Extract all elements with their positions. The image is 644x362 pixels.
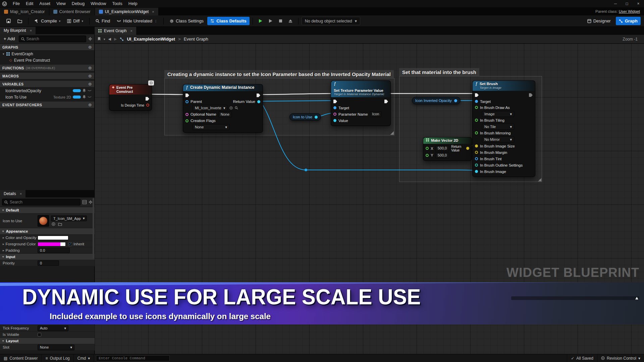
browse-asset-button[interactable] xyxy=(14,17,25,25)
is-volatile-checkbox[interactable] xyxy=(38,333,41,337)
margin-pin[interactable] xyxy=(475,151,478,154)
details-category-input[interactable]: ▾ Input xyxy=(0,254,95,260)
target-pin[interactable] xyxy=(333,106,336,109)
create-dynamic-material-instance-node[interactable]: ƒ Create Dynamic Material Instance Paren… xyxy=(183,84,263,133)
nav-back-icon[interactable]: ◀ xyxy=(108,37,111,41)
variables-section-header[interactable]: VARIABLES ⊕ xyxy=(0,81,94,87)
cmd-dropdown[interactable]: Cmd ▾ xyxy=(74,354,94,362)
bell-icon[interactable] xyxy=(83,95,86,99)
tiling-dropdown[interactable]: No Tile ▾ xyxy=(482,124,514,130)
return-value-pin[interactable] xyxy=(257,100,260,103)
macros-section-header[interactable]: MACROS ⊕ xyxy=(0,73,94,79)
menu-tools[interactable]: Tools xyxy=(109,0,125,7)
value-out-pin[interactable] xyxy=(454,99,457,102)
my-blueprint-search-input[interactable] xyxy=(26,37,84,41)
inherit-checkbox[interactable]: ✓ xyxy=(68,242,72,246)
details-scrollbar[interactable] xyxy=(93,198,94,258)
resize-grip[interactable] xyxy=(538,178,541,181)
menu-edit[interactable]: Edit xyxy=(23,0,36,7)
find-button[interactable]: Find xyxy=(93,17,113,25)
draw-as-dropdown[interactable]: Image ▾ xyxy=(482,111,514,117)
variable-type-pill[interactable] xyxy=(73,89,81,92)
foreground-color-swatch[interactable] xyxy=(38,242,66,246)
set-texture-parameter-value-node[interactable]: ƒ Set Texture Parameter Value Target is … xyxy=(331,80,391,126)
creation-flags-dropdown[interactable]: None ▾ xyxy=(193,124,229,130)
kebab-menu-icon[interactable]: ⋮ xyxy=(154,19,157,23)
add-function-icon[interactable]: ⊕ xyxy=(88,65,92,70)
class-defaults-button[interactable]: Class Defaults xyxy=(207,17,250,25)
x-pin[interactable] xyxy=(426,147,429,150)
value-out-pin[interactable] xyxy=(315,116,318,119)
set-brush-node[interactable]: ƒ Set Brush Target is Image Target xyxy=(472,80,535,177)
add-dispatcher-icon[interactable]: ⊕ xyxy=(88,102,92,107)
image-size-pin[interactable] xyxy=(475,144,478,147)
event-pre-construct-node[interactable]: ◆ Event Pre Construct Is Design Time xyxy=(109,84,152,111)
value-pin[interactable] xyxy=(333,119,336,122)
breadcrumb-root[interactable]: UI_ExampleIconWidget xyxy=(127,37,175,42)
return-value-pin[interactable] xyxy=(466,147,469,150)
diff-button[interactable]: Diff ▾ xyxy=(64,17,86,25)
padding-input[interactable]: 0.0 xyxy=(38,248,70,253)
slot-dropdown[interactable]: None ▾ xyxy=(38,345,74,350)
expander-icon[interactable]: ▸ xyxy=(3,236,4,239)
variable-row-iconinvertedopacity[interactable]: IconInvertedOpacity xyxy=(0,87,94,94)
my-blueprint-tab[interactable]: My Blueprint × xyxy=(0,27,36,34)
nav-forward-icon[interactable]: ▶ xyxy=(114,37,117,41)
output-log-button[interactable]: ≡ Output Log xyxy=(42,354,73,362)
mirroring-pin[interactable] xyxy=(475,131,478,134)
menu-view[interactable]: View xyxy=(53,0,69,7)
event-graph-tab[interactable]: Event Graph × xyxy=(95,27,136,35)
comment-title[interactable]: Set that material into the brush xyxy=(399,68,479,76)
browse-to-asset-icon[interactable] xyxy=(58,222,62,226)
close-tab-icon[interactable]: × xyxy=(152,10,154,14)
details-search[interactable] xyxy=(2,199,80,205)
content-drawer-button[interactable]: ▤ Content Drawer xyxy=(0,354,42,362)
chevron-down-icon[interactable]: ▾ xyxy=(104,38,105,41)
menu-file[interactable]: File xyxy=(10,0,23,7)
draw-as-pin[interactable] xyxy=(475,106,478,109)
debug-object-dropdown[interactable]: No debug object selected ▾ xyxy=(302,17,360,25)
details-category-layout[interactable]: ▾ Layout xyxy=(0,338,95,344)
close-icon[interactable]: × xyxy=(633,0,644,7)
breadcrumb-current[interactable]: Event Graph xyxy=(184,37,208,42)
gear-icon[interactable] xyxy=(89,200,93,204)
search-asset-icon[interactable] xyxy=(235,106,238,110)
designer-button[interactable]: Designer xyxy=(584,17,614,25)
menu-debug[interactable]: Debug xyxy=(69,0,88,7)
my-blueprint-search[interactable] xyxy=(19,36,86,42)
optional-name-input[interactable]: None xyxy=(218,112,232,117)
tick-frequency-dropdown[interactable]: Auto ▾ xyxy=(38,325,68,331)
color-opacity-swatch[interactable] xyxy=(38,236,68,240)
tab-content-browser[interactable]: Content Browser xyxy=(49,8,95,15)
exec-in-pin[interactable] xyxy=(333,100,337,103)
minimize-icon[interactable]: ─ xyxy=(610,0,621,7)
closed-eye-icon[interactable] xyxy=(88,96,92,99)
graph-button[interactable]: Graph xyxy=(616,17,641,25)
expander-icon[interactable]: ▾ xyxy=(3,52,4,56)
event-dispatchers-section-header[interactable]: EVENT DISPATCHERS ⊕ xyxy=(0,102,94,108)
close-panel-icon[interactable]: × xyxy=(30,28,32,33)
stop-button[interactable] xyxy=(276,18,285,24)
closed-eye-icon[interactable] xyxy=(88,89,92,92)
texture-thumbnail[interactable] xyxy=(38,215,49,227)
hide-unrelated-button[interactable]: Hide Unrelated ⋮ xyxy=(114,17,160,25)
texture-asset-dropdown[interactable]: T_Icon_SM_App ▾ xyxy=(51,216,87,221)
close-tab-icon[interactable]: × xyxy=(130,29,132,33)
bell-icon[interactable] xyxy=(83,89,86,93)
add-button[interactable]: + Add xyxy=(2,36,17,42)
functions-section-header[interactable]: FUNCTIONS (38 OVERRIDABLE) ⊕ xyxy=(0,65,94,71)
bool-out-pin[interactable] xyxy=(146,104,149,107)
details-category-default[interactable]: ▾ Default xyxy=(0,207,95,214)
y-input[interactable]: 500,0 xyxy=(435,153,449,158)
gear-icon[interactable] xyxy=(88,37,92,41)
y-pin[interactable] xyxy=(426,154,429,157)
exec-out-pin[interactable] xyxy=(384,100,388,103)
target-pin[interactable] xyxy=(475,100,478,103)
menu-window[interactable]: Window xyxy=(88,0,109,7)
add-variable-icon[interactable]: ⊕ xyxy=(88,81,92,86)
resize-grip[interactable] xyxy=(390,131,394,135)
details-tab[interactable]: Details × xyxy=(0,190,25,197)
close-panel-icon[interactable]: × xyxy=(20,192,22,196)
icon-to-use-getter-node[interactable]: Icon to Use xyxy=(289,113,321,121)
graphs-section-header[interactable]: GRAPHS ⊕ xyxy=(0,44,94,51)
